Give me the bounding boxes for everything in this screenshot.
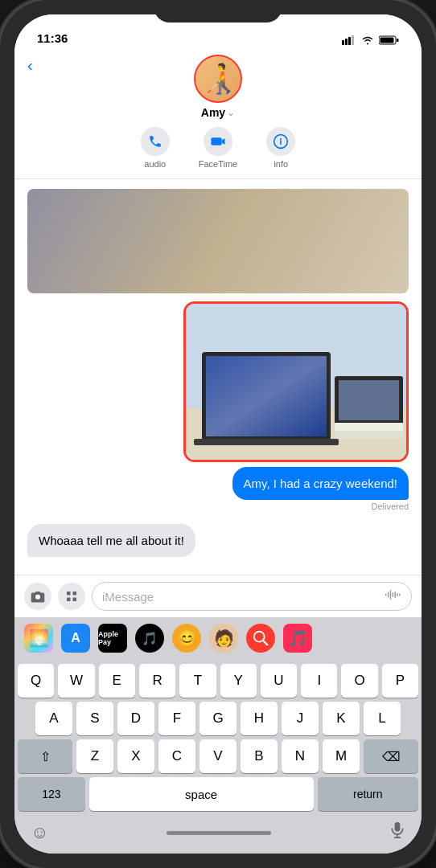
beats-icon[interactable]: 🎵	[135, 624, 164, 653]
svg-rect-3	[352, 35, 354, 45]
top-photo	[27, 189, 409, 293]
key-e[interactable]: E	[99, 664, 135, 698]
info-icon-circle	[266, 127, 295, 156]
notch	[154, 0, 282, 23]
status-icons	[342, 35, 399, 45]
contact-name-row: Amy ⌄	[201, 106, 235, 119]
key-w[interactable]: W	[58, 664, 94, 698]
search-in-globe-icon	[252, 629, 269, 647]
key-h[interactable]: H	[241, 702, 278, 735]
key-v[interactable]: V	[199, 739, 237, 773]
key-m[interactable]: M	[323, 739, 360, 773]
avatar-ring: 🧑‍🦯	[194, 55, 242, 103]
microphone-icon	[389, 821, 405, 839]
emoji-button[interactable]: ☺	[31, 822, 48, 843]
avatar-emoji: 🧑‍🦯	[200, 64, 237, 93]
svg-rect-5	[380, 38, 394, 43]
input-placeholder: iMessage	[102, 590, 154, 604]
key-x[interactable]: X	[117, 739, 154, 773]
key-c[interactable]: C	[158, 739, 195, 773]
mic-button[interactable]	[389, 821, 405, 844]
svg-point-18	[35, 595, 40, 600]
sent-message: Amy, I had a crazy weekend! Delivered	[232, 467, 409, 511]
key-y[interactable]: Y	[220, 664, 257, 698]
music-icon[interactable]: 🎵	[283, 624, 312, 653]
key-d[interactable]: D	[117, 702, 154, 735]
svg-rect-12	[206, 356, 327, 436]
audio-button[interactable]: audio	[141, 127, 170, 169]
key-j[interactable]: J	[282, 702, 319, 735]
sent-bubble: Amy, I had a crazy weekend!	[232, 467, 409, 500]
return-key[interactable]: return	[318, 777, 418, 811]
key-u[interactable]: U	[261, 664, 297, 698]
num-key[interactable]: 123	[18, 777, 85, 811]
svg-rect-13	[194, 439, 339, 445]
key-b[interactable]: B	[241, 739, 278, 773]
sent-text: Amy, I had a crazy weekend!	[244, 477, 397, 490]
applepay-icon[interactable]: Apple Pay	[98, 624, 127, 653]
photos-app-icon[interactable]: 🌅	[24, 624, 53, 653]
video-icon	[210, 136, 226, 147]
shared-image	[183, 301, 409, 462]
key-g[interactable]: G	[199, 702, 237, 735]
phone-frame: 11:36	[0, 0, 436, 868]
facetime-icon-circle	[204, 127, 232, 156]
key-l[interactable]: L	[364, 702, 401, 735]
phone-screen: 11:36	[14, 14, 422, 854]
svg-rect-23	[394, 591, 395, 598]
camera-icon	[31, 590, 45, 603]
key-a[interactable]: A	[35, 702, 72, 735]
key-r[interactable]: R	[139, 664, 175, 698]
messages-area: Amy, I had a crazy weekend! Delivered Wh…	[14, 179, 422, 575]
received-bubble: Whoaaa tell me all about it!	[27, 524, 195, 557]
bottom-bar: ☺	[14, 818, 422, 854]
key-t[interactable]: T	[179, 664, 216, 698]
info-button[interactable]: info	[266, 127, 295, 169]
audio-icon-circle	[141, 127, 170, 156]
key-k[interactable]: K	[323, 702, 360, 735]
key-n[interactable]: N	[282, 739, 319, 773]
key-row-3: ⇧ Z X C V B N M ⌫	[18, 739, 418, 773]
contact-name[interactable]: Amy	[201, 106, 225, 119]
message-input[interactable]: iMessage	[92, 582, 412, 611]
key-s[interactable]: S	[76, 702, 113, 735]
key-p[interactable]: P	[382, 664, 418, 698]
svg-rect-2	[348, 37, 351, 45]
key-row-4: 123 space return	[18, 777, 418, 811]
apps-button[interactable]	[58, 583, 85, 610]
svg-rect-19	[385, 593, 386, 596]
keyboard: Q W E R T Y U I O P A S D F G H J K	[14, 659, 422, 818]
input-area: iMessage	[14, 575, 422, 617]
camera-button[interactable]	[24, 583, 51, 610]
delete-key[interactable]: ⌫	[364, 739, 418, 773]
laptop-image	[186, 304, 409, 462]
svg-rect-15	[339, 380, 399, 420]
chevron-down-icon: ⌄	[227, 107, 235, 118]
key-i[interactable]: I	[301, 664, 337, 698]
input-row: iMessage	[24, 582, 412, 611]
appstore-icon[interactable]: A	[61, 624, 90, 653]
key-o[interactable]: O	[341, 664, 377, 698]
audio-label: audio	[144, 159, 166, 169]
svg-line-27	[263, 641, 267, 645]
header-actions: audio FaceTime	[141, 127, 296, 169]
key-f[interactable]: F	[158, 702, 195, 735]
header: ‹ 🧑‍🦯 Amy ⌄ audio	[14, 50, 422, 179]
shared-image-container[interactable]	[183, 301, 409, 462]
space-key[interactable]: space	[89, 777, 314, 811]
contact-avatar[interactable]: 🧑‍🦯	[194, 55, 242, 103]
search-app-icon[interactable]	[246, 624, 275, 653]
svg-rect-28	[395, 822, 401, 832]
contact-icon[interactable]: 🧑	[209, 624, 238, 653]
home-indicator	[167, 831, 271, 835]
back-button[interactable]: ‹	[27, 56, 33, 75]
memoji-icon[interactable]: 😊	[172, 624, 201, 653]
facetime-button[interactable]: FaceTime	[199, 127, 238, 169]
svg-rect-24	[397, 592, 397, 596]
signal-icon	[342, 35, 356, 45]
key-q[interactable]: Q	[18, 664, 54, 698]
svg-rect-1	[345, 39, 348, 45]
key-z[interactable]: Z	[76, 739, 113, 773]
shift-key[interactable]: ⇧	[18, 739, 72, 773]
svg-rect-21	[390, 590, 391, 599]
